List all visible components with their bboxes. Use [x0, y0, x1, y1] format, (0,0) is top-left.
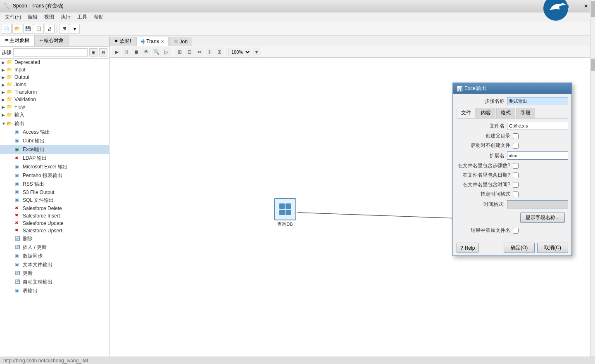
step-icon: ✖ — [15, 206, 21, 211]
align-v-button[interactable]: ⇕ — [205, 47, 214, 57]
tab-welcome[interactable]: ⚑ 欢迎! — [109, 37, 136, 46]
stop-button[interactable]: ⏹ — [132, 47, 141, 57]
include-time-checkbox[interactable] — [513, 182, 519, 188]
dialog-tab-content[interactable]: 内容 — [476, 108, 495, 118]
tree-item-input[interactable]: ▶ 📁 Input — [0, 66, 109, 73]
specify-time-format-checkbox[interactable] — [513, 191, 519, 197]
layers-dropdown[interactable]: ▼ — [70, 24, 80, 34]
tab-trans-close[interactable]: ✕ — [161, 39, 164, 44]
tree-item-shuchu[interactable]: ▼ 📂 输出 — [0, 119, 109, 128]
run-button[interactable]: ▶ — [112, 47, 121, 57]
pause-button[interactable]: ⏸ — [122, 47, 131, 57]
step-query-db-box[interactable] — [274, 198, 296, 220]
open-button[interactable]: 📂 — [12, 24, 22, 34]
tree-item-transform[interactable]: ▶ 📁 Transform — [0, 88, 109, 96]
menu-edit[interactable]: 编辑 — [24, 13, 41, 21]
collapse-all-button[interactable]: ⊟ — [99, 48, 107, 57]
tree-item-delete[interactable]: 🔄 删除 — [0, 234, 109, 243]
help-button[interactable]: ? Help — [457, 243, 478, 253]
step-name-input[interactable] — [507, 97, 568, 105]
tab-trans[interactable]: ⇶ Trans ✕ — [136, 37, 168, 46]
preview-button[interactable]: 👁 — [142, 47, 151, 57]
save-as-button[interactable]: 📋 — [34, 24, 44, 34]
specify-time-format-row: 指定时间格式 — [457, 191, 568, 198]
grid-button[interactable]: ⊞ — [215, 47, 224, 57]
tree-item-datasync[interactable]: ▣ 数据同步 — [0, 252, 109, 260]
collapse-button[interactable]: ⊟ — [185, 47, 194, 57]
tree-item-rss-output[interactable]: ▣ RSS 输出 — [0, 180, 109, 189]
tab-core-objects[interactable]: ✏核心对象 — [35, 35, 69, 46]
include-date-checkbox[interactable] — [513, 173, 519, 178]
tree-item-ldap-output[interactable]: ✖ LDAP 输出 — [0, 154, 109, 163]
extension-input[interactable] — [507, 151, 568, 160]
left-panel: ☰主对象树 ✏核心对象 步骤 ⊞ ⊟ ▶ 📁 Deprecated ▶ 📁 In… — [0, 35, 109, 364]
expand-button[interactable]: ⊞ — [175, 47, 184, 57]
menu-view[interactable]: 视图 — [41, 13, 57, 21]
run-step-button[interactable]: 🔍 — [152, 47, 161, 57]
cancel-button[interactable]: 取消(C) — [537, 243, 568, 253]
tree-item-s3-output[interactable]: ▣ S3 File Output — [0, 189, 109, 196]
tree-item-update[interactable]: 🔃 更新 — [0, 269, 109, 278]
tab-main-objects[interactable]: ☰主对象树 — [0, 35, 35, 46]
search-input[interactable] — [13, 48, 88, 57]
step-query-db[interactable]: 查询DB — [271, 198, 300, 227]
ok-button[interactable]: 确定(O) — [504, 243, 535, 253]
canvas-tb-sep1 — [173, 48, 173, 56]
tree-item-joins[interactable]: ▶ 📁 Joins — [0, 81, 109, 88]
time-format-row: 时间格式: — [457, 200, 568, 208]
tree-item-output[interactable]: ▶ 📁 Output — [0, 73, 109, 81]
menu-file[interactable]: 文件(F) — [2, 13, 24, 21]
expand-all-button[interactable]: ⊞ — [89, 48, 98, 57]
print-button[interactable]: 🖨 — [45, 24, 55, 34]
tree-item-pentaho-output[interactable]: ▣ Pentaho 报表输出 — [0, 171, 109, 180]
zoom-dropdown[interactable]: ▼ — [252, 47, 261, 57]
menu-help[interactable]: 帮助 — [90, 13, 107, 21]
tree-item-text-output[interactable]: ▣ 文本文件输出 — [0, 260, 109, 269]
tree-item-validation[interactable]: ▶ 📁 Validation — [0, 96, 109, 103]
extension-label: 扩展名 — [457, 152, 505, 159]
display-fields-button[interactable]: 显示字段名称... — [520, 213, 565, 223]
filename-input[interactable] — [507, 122, 568, 130]
expand-arrow: ▶ — [2, 97, 7, 102]
tree-item-excel-output[interactable]: ▣ Excel输出 — [0, 145, 109, 154]
dialog-tab-file[interactable]: 文件 — [457, 108, 476, 118]
add-filename-checkbox[interactable] — [513, 228, 519, 234]
dialog-tab-format[interactable]: 格式 — [496, 108, 515, 118]
display-fields-row: 显示字段名称... — [457, 211, 568, 225]
tree-item-insert-update[interactable]: 🔄 插入 / 更新 — [0, 243, 109, 252]
tree-item-access-output[interactable]: ▣ Access 输出 — [0, 128, 109, 137]
no-create-checkbox[interactable] — [513, 143, 519, 149]
align-h-button[interactable]: ⇔ — [195, 47, 204, 57]
tree-item-auto-doc-output[interactable]: 🔄 自动文档输出 — [0, 278, 109, 286]
tree-item-sf-insert[interactable]: ✖ Salesforce Insert — [0, 212, 109, 220]
new-button[interactable]: 📄 — [2, 24, 12, 34]
zoom-select[interactable]: 100% 75% 50% 150% 200% — [228, 48, 251, 56]
menu-tools[interactable]: 工具 — [74, 13, 90, 21]
tree-item-shuru[interactable]: ▶ 📁 输入 — [0, 111, 109, 119]
create-parent-checkbox[interactable] — [513, 133, 519, 139]
menu-run[interactable]: 执行 — [57, 13, 74, 21]
layers-button[interactable]: ⊞ — [59, 24, 69, 34]
tree-item-sf-delete[interactable]: ✖ Salesforce Delete — [0, 205, 109, 212]
specify-time-format-label: 指定时间格式 — [457, 191, 510, 198]
step-icon: ▣ — [15, 288, 21, 294]
include-date-label: 在文件名里包含日期? — [457, 172, 510, 179]
time-format-input[interactable] — [507, 200, 568, 208]
step-forward-button[interactable]: ▷ — [162, 47, 171, 57]
tree-item-flow[interactable]: ▶ 📁 Flow — [0, 103, 109, 111]
tree-item-table-output[interactable]: ▣ 表输出 — [0, 286, 109, 295]
canvas-vscrollbar[interactable] — [590, 58, 595, 359]
step-icon: ▣ — [15, 147, 21, 153]
tree-item-cube-output[interactable]: ▣ Cube输出 — [0, 137, 109, 145]
tree-item-deprecated[interactable]: ▶ 📁 Deprecated — [0, 59, 109, 66]
include-step-count-checkbox[interactable] — [513, 163, 519, 169]
include-step-count-row: 在文件名里包含步骤数? — [457, 162, 568, 169]
tree-item-sf-update[interactable]: ✖ Salesforce Update — [0, 220, 109, 227]
dialog-tab-fields[interactable]: 字段 — [516, 108, 535, 118]
save-button[interactable]: 💾 — [23, 24, 33, 34]
tree-item-sql-output[interactable]: ▣ SQL 文件输出 — [0, 196, 109, 205]
expand-arrow: ▼ — [2, 121, 7, 126]
tree-item-msexcel-output[interactable]: ▣ Microsoft Excel 输出 — [0, 163, 109, 171]
tree-item-sf-upsert[interactable]: ✖ Salesforce Upsert — [0, 227, 109, 234]
tab-job[interactable]: ⚙ Job — [169, 37, 192, 46]
